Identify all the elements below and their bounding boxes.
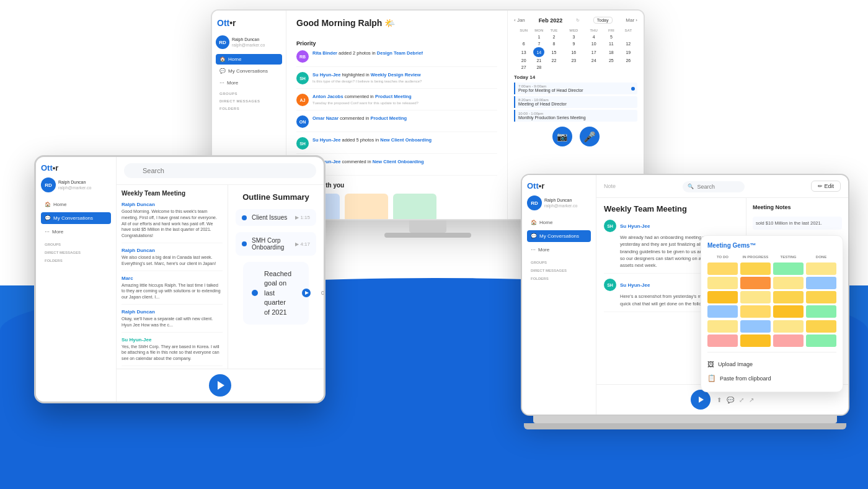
laptop-avatar: RD: [527, 195, 542, 210]
shared-thumb-2[interactable]: [345, 194, 388, 219]
cal-mic-btn[interactable]: 🎤: [580, 127, 600, 146]
cal-cell[interactable]: 22: [544, 57, 563, 64]
cal-next-btn[interactable]: Mar ›: [626, 17, 637, 23]
monitor-user-email: ralph@marker.co: [232, 42, 265, 48]
audio-play-btn[interactable]: [298, 284, 315, 302]
cal-cell[interactable]: 19: [619, 47, 637, 57]
cal-cell[interactable]: 26: [619, 57, 637, 64]
cal-cell[interactable]: [619, 64, 637, 71]
cal-cell[interactable]: 10: [584, 40, 603, 47]
cal-events-section: Today 14 7:00am - 9:00am Prep for Meetin…: [514, 74, 637, 122]
cal-cell[interactable]: 17: [584, 47, 603, 57]
monitor-nav-conversations[interactable]: 💬 My Conversations: [216, 66, 282, 76]
conversations-icon: 💬: [219, 68, 226, 74]
laptop-search-wrapper: 🔍: [683, 180, 745, 192]
gems-upload-image[interactable]: 🖼 Upload Image: [707, 357, 836, 371]
sticky-7: [740, 291, 771, 303]
laptop-nav-conversations[interactable]: 💬 My Conversations: [527, 230, 591, 242]
cal-cell[interactable]: 4: [584, 34, 603, 40]
cal-refresh-icon[interactable]: ↻: [576, 18, 580, 23]
tablet-search-bar: 🔍: [117, 157, 324, 185]
laptop-msg-header-1: SH Su Hyun-Jee: [604, 220, 738, 232]
monitor-nav-home[interactable]: 🏠 Home: [216, 54, 282, 65]
cal-event-2[interactable]: 8:20am - 10:00am Meeting of Head Directo…: [514, 96, 637, 108]
cal-cell[interactable]: 9: [563, 40, 584, 47]
cal-header: ‹ Jan Feb 2022 ↻ Today Mar ›: [514, 17, 637, 24]
feed-avatar-5: SH: [296, 137, 309, 150]
feed-item-4: ON Omar Nazar commented in Product Meeti…: [296, 115, 497, 132]
cal-event-1[interactable]: 7:00am - 9:00am Prep for Meeting of Head…: [514, 83, 637, 94]
cal-cell[interactable]: 2: [544, 34, 563, 40]
tablet-main: 🔍 Weekly Team Meeting Ralph Duncan Good …: [117, 157, 324, 402]
cal-prev-btn[interactable]: ‹ Jan: [514, 17, 525, 23]
cal-cell[interactable]: 24: [584, 57, 603, 64]
cal-cell-today[interactable]: 14: [533, 47, 544, 57]
tablet-msg-text-3: Amazing little hiccups Ralph. The last t…: [122, 282, 223, 300]
laptop-nav-more[interactable]: ⋯ More: [527, 244, 591, 256]
gems-ip-col-2: [740, 320, 771, 347]
audio-time: 00:35: [321, 290, 324, 296]
shared-thumb-3[interactable]: [393, 194, 436, 219]
cal-cell[interactable]: 23: [563, 57, 584, 64]
cal-cell[interactable]: 1: [533, 34, 544, 40]
laptop-nav-home[interactable]: 🏠 Home: [527, 217, 591, 228]
cal-week-4: 20 21 22 23 24 25 26: [514, 57, 637, 64]
search-input[interactable]: [124, 163, 316, 178]
cal-cell[interactable]: 15: [544, 47, 563, 57]
sticky-16: [806, 305, 836, 318]
outline-title: Outline Summary: [236, 192, 316, 202]
cal-event-3[interactable]: 10:00 - 1:00pm Monthly Production Series…: [514, 110, 637, 122]
cal-cell[interactable]: 27: [514, 64, 533, 71]
cal-cell[interactable]: 6: [514, 40, 533, 47]
conversations-icon: 💬: [45, 215, 51, 221]
cal-day-fri: FRI: [603, 27, 619, 34]
tablet-user-info: RD Ralph Duncan ralph@marker.co: [41, 177, 111, 192]
feed-item-6: SH Su Hyun-Jee commented in New Client O…: [296, 159, 497, 176]
outline-item-text-2: SMH Corp Onboarding: [252, 237, 290, 251]
laptop-edit-btn[interactable]: ✏ Edit: [811, 181, 841, 192]
tablet-logo: Ott•r: [41, 163, 111, 173]
laptop-meeting-title: Weekly Team Meeting: [604, 204, 738, 213]
cal-cell[interactable]: [514, 34, 533, 40]
cal-video-btn[interactable]: 📷: [552, 127, 572, 146]
cal-day-mon: MON: [533, 27, 544, 34]
tablet-nav-more[interactable]: ⋯ More: [41, 226, 111, 238]
cal-cell[interactable]: [544, 64, 563, 71]
cal-cell[interactable]: [563, 64, 584, 71]
gems-paste-clipboard[interactable]: 📋 Paste from clipboard: [707, 371, 836, 385]
cal-cell[interactable]: 21: [533, 57, 544, 64]
feed-avatar-2: SH: [296, 72, 309, 84]
cal-cell[interactable]: [584, 64, 603, 71]
cal-cell[interactable]: 16: [563, 47, 584, 57]
cal-cell[interactable]: 8: [544, 40, 563, 47]
tablet-nav-home[interactable]: 🏠 Home: [41, 199, 111, 210]
tablet-groups-label: GROUPS: [41, 240, 111, 248]
cal-cell[interactable]: 25: [603, 57, 619, 64]
cal-cell[interactable]: 13: [514, 47, 533, 57]
cal-cell[interactable]: 20: [514, 57, 533, 64]
tablet-play-button[interactable]: [209, 374, 231, 397]
tablet-msg-3: Marc Amazing little hiccups Ralph. The l…: [122, 276, 223, 305]
laptop-msg-name-2: Su Hyun-Jee: [620, 282, 650, 288]
laptop-play-btn[interactable]: [691, 390, 711, 410]
gems-upload-image-label: Upload Image: [718, 361, 753, 367]
cal-cell[interactable]: 5: [603, 34, 619, 40]
cal-event-3-title: Monthly Production Series Meeting: [518, 115, 634, 120]
cal-cell[interactable]: [603, 64, 619, 71]
outline-item-2[interactable]: SMH Corp Onboarding ▶ 4:17: [236, 232, 316, 256]
cal-today-btn[interactable]: Today: [593, 17, 613, 24]
feed-item-3: AJ Anton Jacobs commented in Product Mee…: [296, 94, 497, 110]
sticky-11: [773, 291, 804, 303]
cal-cell[interactable]: 7: [533, 40, 544, 47]
cal-cell[interactable]: 28: [533, 64, 544, 71]
outline-item-1[interactable]: Client Issues ▶ 1:15: [236, 209, 316, 226]
cal-cell[interactable]: 3: [563, 34, 584, 40]
tablet-nav-conversations[interactable]: 💬 My Conversations: [41, 212, 111, 224]
sticky-5: [740, 262, 771, 275]
cal-cell[interactable]: 11: [603, 40, 619, 47]
cal-week-2: 6 7 8 9 10 11 12: [514, 40, 637, 47]
cal-cell[interactable]: 18: [603, 47, 619, 57]
cal-cell[interactable]: 12: [619, 40, 637, 47]
laptop-user-email: ralph@marker.co: [544, 203, 577, 209]
monitor-nav-more[interactable]: ⋯ More: [216, 78, 282, 88]
